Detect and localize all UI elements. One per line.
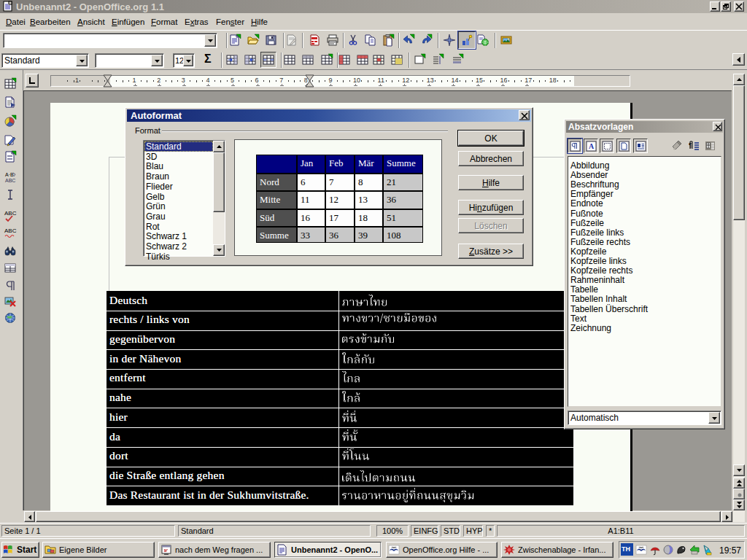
svg-text:¶: ¶ — [689, 141, 692, 149]
svg-text:A: A — [589, 142, 595, 150]
svg-text:A·B: A·B — [5, 172, 14, 177]
svg-text:ABC: ABC — [5, 178, 15, 183]
svg-text:ABC: ABC — [4, 210, 17, 217]
svg-text:ABC: ABC — [4, 228, 17, 234]
